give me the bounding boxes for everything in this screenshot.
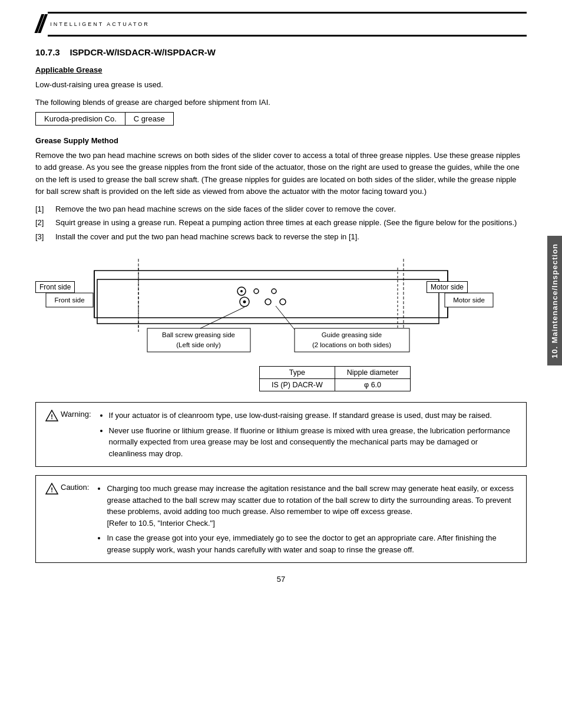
step-3: [3] Install the cover and put the two pa…	[35, 231, 527, 243]
grease-line1: Low-dust-raising urea grease is used.	[35, 79, 527, 91]
warning-item-1: If your actuator is of cleanroom type, u…	[109, 410, 517, 421]
header-top-line	[48, 12, 527, 14]
step-1: [1] Remove the two pan head machine scre…	[35, 203, 527, 215]
page: // INTELLIGENT ACTUATOR 10.7.3 ISPDCR-W/…	[0, 0, 562, 728]
logo-slashes: //	[35, 12, 42, 37]
grease-line2: The following blends of grease are charg…	[35, 97, 527, 108]
svg-text:(Left side only): (Left side only)	[176, 341, 221, 348]
svg-point-18	[265, 299, 271, 305]
warning-box: ! Warning: If your actuator is of cleanr…	[35, 402, 527, 467]
header-lines: INTELLIGENT ACTUATOR	[48, 12, 527, 37]
caution-box: ! Caution: Charging too much grease may …	[35, 475, 527, 563]
col-nipple-header: Nipple diameter	[335, 367, 411, 379]
logo-text: INTELLIGENT ACTUATOR	[48, 21, 527, 27]
caution-content: Charging too much grease may increase th…	[96, 483, 517, 555]
table-row: Kuroda-predision Co. C grease	[36, 113, 174, 126]
svg-line-23	[200, 307, 244, 328]
svg-text:Guide greasing side: Guide greasing side	[322, 331, 382, 338]
side-label: 10. Maintenance/Inspection	[547, 236, 562, 365]
nipple-type-value: IS (P) DACR-W	[260, 379, 335, 391]
diagram-full-svg: Front side Motor side Ball screw greasin…	[35, 259, 518, 362]
caution-label: Caution:	[61, 483, 89, 492]
warning-label: Warning:	[61, 410, 91, 419]
svg-text:(2 locations on both sides): (2 locations on both sides)	[312, 341, 391, 348]
front-side-label: Front side	[35, 281, 75, 293]
nipple-diameter-value: φ 6.0	[335, 379, 411, 391]
caution-item-1: Charging too much grease may increase th…	[107, 483, 517, 529]
nipple-table: Type Nipple diameter IS (P) DACR-W φ 6.0	[259, 366, 411, 391]
svg-text:Ball screw greasing side: Ball screw greasing side	[162, 331, 235, 338]
svg-line-27	[276, 306, 295, 330]
header-bottom-line	[48, 35, 527, 37]
step-2: [2] Squirt grease in using a grease run.…	[35, 217, 527, 229]
diagram: Front side Motor side Front side Motor s…	[35, 253, 527, 391]
applicable-grease-heading: Applicable Grease	[35, 65, 527, 74]
warning-content: If your actuator is of cleanroom type, u…	[98, 410, 517, 459]
caution-icon-label: ! Caution:	[45, 483, 89, 555]
logo: //	[35, 12, 42, 37]
caution-triangle-icon: !	[45, 483, 58, 495]
diagram-full: Front side Motor side Ball screw greasin…	[35, 259, 527, 364]
svg-text:Motor side: Motor side	[453, 297, 485, 304]
nipple-table-header: Type Nipple diameter	[260, 367, 411, 379]
grease-supplier: Kuroda-predision Co.	[36, 113, 125, 126]
svg-point-19	[280, 299, 286, 305]
svg-text:!: !	[51, 413, 53, 420]
supply-method-heading: Grease Supply Method	[35, 136, 527, 145]
warning-item-2: Never use fluorine or lithium grease. If…	[109, 425, 517, 460]
motor-side-label: Motor side	[427, 281, 468, 293]
caution-item-2: In case the grease got into your eye, im…	[107, 532, 517, 555]
steps-list: [1] Remove the two pan head machine scre…	[35, 203, 527, 243]
svg-point-17	[243, 301, 246, 304]
svg-rect-9	[97, 279, 439, 324]
warning-triangle-icon: !	[45, 410, 58, 421]
svg-text:Front side: Front side	[54, 297, 84, 304]
section-title: 10.7.3 ISPDCR-W/ISDACR-W/ISPDACR-W	[35, 47, 527, 57]
supply-method-body: Remove the two pan head machine screws o…	[35, 150, 527, 197]
grease-type: C grease	[125, 113, 173, 126]
nipple-table-row: IS (P) DACR-W φ 6.0	[260, 379, 411, 391]
warning-icon-label: ! Warning:	[45, 410, 91, 459]
col-type-header: Type	[260, 367, 335, 379]
svg-text:!: !	[51, 486, 53, 493]
page-number: 57	[35, 575, 527, 584]
header: // INTELLIGENT ACTUATOR	[35, 12, 527, 37]
grease-table: Kuroda-predision Co. C grease	[35, 112, 174, 126]
